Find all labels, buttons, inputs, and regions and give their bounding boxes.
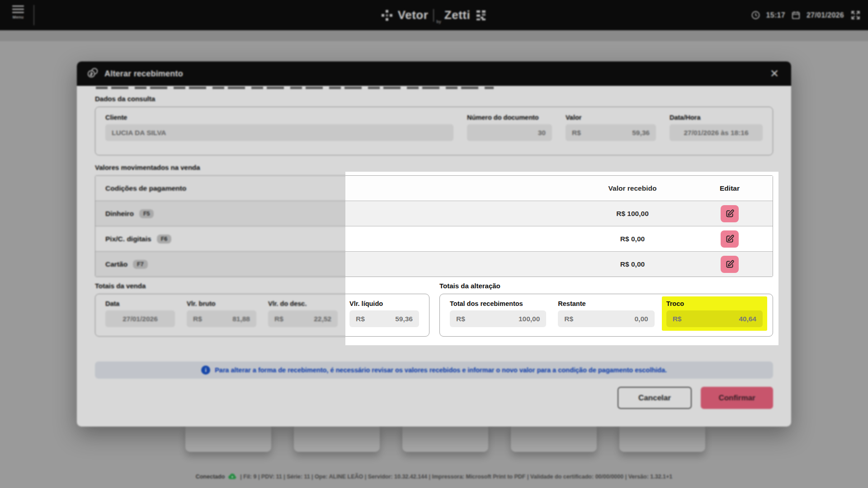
vlr-desc-input[interactable]: R$22,52 (268, 310, 338, 327)
cliente-input[interactable]: LUCIA DA SILVA (105, 124, 453, 141)
info-icon: i (201, 366, 210, 375)
vlr-desc-field: Vlr. do desc. R$22,52 (268, 300, 338, 327)
table-row-cartao[interactable]: Cartão F7 R$ 0,00 (95, 251, 773, 277)
dialog-header: Alterar recebimento ✕ (77, 61, 791, 86)
top-bar: Menu Vetor by Zetti 15:17 27/01/2026 (0, 0, 868, 30)
info-message: Para alterar a forma de recebimento, é n… (215, 366, 667, 374)
vlr-liquido-field: Vlr. líquido R$59,36 (349, 300, 419, 327)
vlr-bruto-field: Vlr. bruto R$81,88 (187, 300, 256, 327)
fkey-badge: F7 (133, 260, 148, 269)
restante-input[interactable]: R$0,00 (558, 310, 654, 327)
col-condition-header: Codições de pagamento (95, 184, 578, 192)
fkey-badge: F5 (139, 209, 154, 218)
received-value: R$ 0,00 (578, 260, 687, 268)
troco-input[interactable]: R$40,64 (666, 310, 763, 327)
data-input[interactable]: 27/01/2026 (105, 310, 175, 327)
table-row-pix[interactable]: Pix/C. digitais F6 R$ 0,00 (95, 226, 773, 251)
logo-text-vetor: Vetor (398, 8, 429, 22)
screen: Menu Vetor by Zetti 15:17 27/01/2026 (0, 0, 868, 488)
status-details: | Fil: 9 | PDV: 11 | Série: 11 | Ope: AL… (240, 474, 672, 480)
zetti-logo-icon (475, 9, 487, 21)
total-recebimentos-input[interactable]: R$100,00 (450, 310, 546, 327)
connection-status: Conectado (196, 474, 225, 480)
clipped-scrolled-row (96, 87, 494, 89)
documento-field: Número do documento 30 (467, 114, 552, 141)
logo-text-by: by (436, 19, 441, 24)
condition-name: Dinheiro (105, 210, 134, 218)
receipt-coins-icon (87, 67, 99, 81)
table-row-dinheiro[interactable]: Dinheiro F5 R$ 100,00 (95, 201, 773, 226)
current-time: 15:17 (766, 11, 785, 19)
condition-name: Cartão (105, 260, 127, 268)
edit-button[interactable] (721, 256, 739, 273)
pencil-icon (725, 209, 735, 218)
info-banner: i Para alterar a forma de recebimento, é… (95, 361, 773, 379)
valor-input[interactable]: R$59,36 (566, 124, 656, 141)
datahora-input[interactable]: 27/01/2026 às 18:16 (670, 124, 763, 141)
received-value: R$ 0,00 (578, 235, 687, 243)
total-recebimentos-field: Total dos recebimentos R$100,00 (450, 300, 546, 327)
troco-field-highlighted: Troco R$40,64 (662, 296, 767, 331)
dialog-actions: Cancelar Confirmar (618, 387, 773, 409)
pencil-icon (725, 259, 735, 269)
hamburger-icon (8, 5, 28, 13)
payment-conditions-table: Codições de pagamento Valor recebido Edi… (95, 175, 773, 277)
edit-button[interactable] (721, 205, 739, 222)
close-icon[interactable]: ✕ (768, 67, 781, 80)
clock-icon (751, 11, 760, 19)
received-value: R$ 100,00 (578, 210, 687, 218)
dialog-title: Alterar recebimento (104, 69, 183, 79)
background-card (185, 424, 271, 452)
connected-cloud-icon (228, 473, 237, 481)
col-edit-header: Editar (687, 184, 773, 192)
fkey-badge: F6 (157, 235, 172, 244)
dim-overlay-right (778, 172, 868, 345)
totais-alteracao-fieldset: Total dos recebimentos R$100,00 Restante… (439, 294, 773, 337)
menu-label: Menu (8, 15, 28, 19)
totais-venda-fieldset: Data 27/01/2026 Vlr. bruto R$81,88 Vlr. … (95, 294, 429, 337)
vlr-liquido-input[interactable]: R$59,36 (349, 310, 419, 327)
page-toolbar-strip (0, 30, 868, 41)
background-card (294, 424, 380, 452)
condition-name: Pix/C. digitais (105, 235, 151, 243)
datahora-field: Data/Hora 27/01/2026 às 18:16 (670, 114, 763, 141)
pencil-icon (725, 234, 735, 244)
menu-button[interactable]: Menu (8, 5, 28, 19)
consulta-section-title: Dados da consulta (95, 95, 155, 103)
edit-button[interactable] (721, 230, 739, 248)
totais-alteracao-title: Totais da alteração (439, 282, 500, 290)
movimentados-section-title: Valores movimentados na venda (95, 164, 200, 171)
background-card (402, 424, 488, 452)
topbar-divider (33, 5, 34, 25)
vetor-logo-icon (381, 9, 393, 21)
topbar-right-cluster: 15:17 27/01/2026 (751, 0, 861, 30)
restante-field: Restante R$0,00 (558, 300, 654, 327)
confirm-button[interactable]: Confirmar (701, 387, 773, 409)
documento-input[interactable]: 30 (467, 124, 552, 141)
cliente-field: Cliente LUCIA DA SILVA (105, 114, 453, 141)
alterar-recebimento-dialog: Alterar recebimento ✕ Dados da consulta … (77, 61, 791, 427)
background-card (619, 424, 705, 452)
consulta-fieldset: Cliente LUCIA DA SILVA Número do documen… (95, 107, 773, 155)
valor-field: Valor R$59,36 (566, 114, 656, 141)
current-date: 27/01/2026 (807, 11, 844, 19)
table-header-row: Codições de pagamento Valor recebido Edi… (95, 176, 773, 201)
data-field: Data 27/01/2026 (105, 300, 175, 327)
background-card (511, 424, 597, 452)
app-logo: Vetor by Zetti (0, 0, 868, 30)
col-received-header: Valor recebido (578, 184, 687, 192)
totais-venda-title: Totais da venda (95, 282, 146, 290)
logo-divider (433, 9, 434, 22)
cancel-button[interactable]: Cancelar (618, 387, 692, 409)
vlr-bruto-input[interactable]: R$81,88 (187, 310, 256, 327)
calendar-icon (792, 11, 800, 19)
logo-text-zetti: Zetti (444, 8, 470, 22)
fullscreen-icon[interactable] (850, 10, 861, 20)
status-bar: Conectado | Fil: 9 | PDV: 11 | Série: 11… (0, 473, 868, 481)
